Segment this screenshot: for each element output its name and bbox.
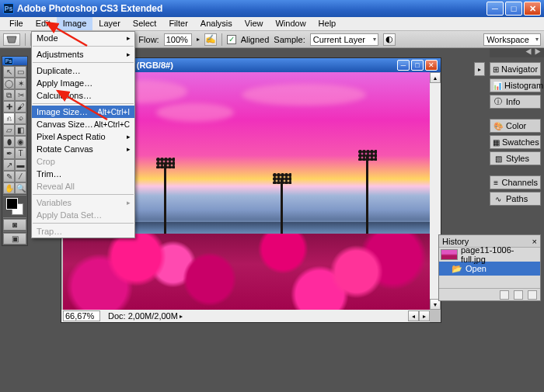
blur-tool[interactable]: ⬮	[3, 136, 15, 147]
panel-expand-1[interactable]: ▸	[474, 62, 485, 76]
pen-tool[interactable]: ✒	[3, 147, 15, 159]
menu-canvas-size[interactable]: Canvas Size…Alt+Ctrl+C	[32, 118, 134, 130]
window-close-button[interactable]: ✕	[524, 2, 541, 16]
menu-bar: File Edit Image Layer Select Filter Anal…	[0, 17, 544, 31]
swatches-icon: ▦	[493, 137, 500, 147]
menu-trim[interactable]: Trim…	[32, 168, 134, 180]
right-panel-column: ⊞Navigator 📊Histogram ⓘInfo 🎨Color ▦Swat…	[490, 62, 541, 208]
menu-calculations[interactable]: Calculations…	[32, 89, 134, 102]
menu-image-size[interactable]: Image Size…Alt+Ctrl+I	[32, 106, 134, 118]
history-snapshot-row[interactable]: page11-1006-full.jpg	[439, 248, 540, 262]
history-panel: History × page11-1006-full.jpg 📂 Open	[438, 234, 541, 301]
notes-tool[interactable]: ✎	[3, 171, 15, 182]
marquee-tool[interactable]: ▭	[15, 66, 26, 78]
brush-tool[interactable]: 🖌	[15, 101, 26, 113]
menu-file[interactable]: File	[3, 17, 30, 30]
window-maximize-button[interactable]: □	[505, 2, 522, 16]
history-snapshot-label: page11-1006-full.jpg	[461, 245, 539, 264]
scroll-up-button[interactable]: ▴	[430, 72, 441, 83]
zoom-input[interactable]: 66,67%	[63, 310, 100, 321]
navigator-panel-tab[interactable]: ⊞Navigator	[490, 62, 541, 76]
info-panel-tab[interactable]: ⓘInfo	[490, 95, 541, 109]
move-tool[interactable]: ↖	[3, 66, 15, 78]
quickselect-tool[interactable]: ✶	[15, 78, 26, 89]
menu-adjustments[interactable]: Adjustments	[32, 48, 134, 61]
shape-tool[interactable]: ▬	[15, 159, 26, 171]
screenmode-button[interactable]: ▣	[3, 233, 26, 245]
menu-view[interactable]: View	[239, 17, 270, 30]
flow-input[interactable]: 100%	[164, 33, 192, 46]
dock-collapse-left-icon[interactable]	[526, 49, 532, 55]
menu-edit[interactable]: Edit	[30, 17, 57, 30]
scroll-left-button[interactable]: ◂	[408, 310, 419, 321]
styles-panel-tab[interactable]: ▧Styles	[490, 151, 541, 165]
menu-canvas-size-shortcut: Alt+Ctrl+C	[94, 120, 130, 129]
channels-panel-tab[interactable]: ≡Channels	[490, 175, 541, 189]
path-tool[interactable]: ↗	[3, 159, 15, 171]
doc-status-bar: 66,67% Doc: 2,00M/2,00M ▸ ◂ ▸	[61, 310, 430, 322]
paths-panel-tab[interactable]: ∿Paths	[490, 192, 541, 206]
dock-collapse-right-icon[interactable]	[535, 49, 541, 55]
doc-close-button[interactable]: ✕	[425, 60, 438, 71]
scroll-right-button[interactable]: ▸	[419, 310, 430, 321]
history-snapshot-button[interactable]	[514, 290, 523, 300]
color-icon: 🎨	[493, 120, 504, 131]
menu-help[interactable]: Help	[312, 17, 343, 30]
menu-window[interactable]: Window	[269, 17, 312, 30]
crop-tool[interactable]: ⧉	[3, 89, 15, 101]
zoom-tool[interactable]: 🔍	[15, 182, 26, 194]
doc-status-text: Doc: 2,00M/2,00M	[108, 311, 178, 321]
slice-tool[interactable]: ✂	[15, 89, 26, 101]
tools-header[interactable]: Ps	[2, 57, 27, 65]
menu-image-size-shortcut: Alt+Ctrl+I	[97, 108, 130, 116]
menu-apply-image[interactable]: Apply Image…	[32, 77, 134, 89]
type-tool[interactable]: T	[15, 147, 26, 159]
menu-rotate-canvas[interactable]: Rotate Canvas	[32, 143, 134, 155]
app-icon: Ps	[3, 3, 14, 14]
app-title: Adobe Photoshop CS3 Extended	[17, 3, 486, 14]
histogram-panel-tab[interactable]: 📊Histogram	[490, 78, 541, 92]
quickmask-button[interactable]: ◙	[3, 219, 26, 231]
history-state-label: Open	[466, 264, 486, 273]
sample-dropdown[interactable]: Current Layer	[310, 33, 378, 46]
window-minimize-button[interactable]: ─	[486, 2, 504, 16]
menu-mode[interactable]: Mode	[32, 32, 134, 44]
history-newdoc-button[interactable]	[500, 290, 509, 300]
color-swatch[interactable]	[5, 198, 25, 215]
tools-panel: Ps ↖ ▭ ◯ ✶ ⧉ ✂ ✚ 🖌 ⎌ ꩜ ▱ ◧ ⬮ ◉ ✒ T ↗ ▬ ✎…	[2, 56, 28, 246]
history-delete-button[interactable]	[528, 290, 537, 300]
navigator-icon: ⊞	[493, 64, 499, 75]
menu-layer[interactable]: Layer	[92, 17, 127, 30]
title-bar: Ps Adobe Photoshop CS3 Extended ─ □ ✕	[0, 0, 544, 17]
sample-label: Sample:	[274, 35, 305, 44]
doc-minimize-button[interactable]: ─	[397, 60, 410, 71]
history-brush-tool[interactable]: ꩜	[15, 113, 26, 124]
histogram-icon: 📊	[493, 80, 502, 91]
history-open-icon: 📂	[452, 264, 462, 274]
menu-analysis[interactable]: Analysis	[194, 17, 239, 30]
workspace-dropdown[interactable]: Workspace	[483, 33, 541, 46]
eyedropper-tool[interactable]: ⁄	[15, 171, 26, 182]
dodge-tool[interactable]: ◉	[15, 136, 26, 147]
history-thumb-icon	[441, 249, 458, 260]
menu-pixel-aspect-ratio[interactable]: Pixel Aspect Ratio	[32, 130, 134, 143]
swatches-panel-tab[interactable]: ▦Swatches	[490, 135, 541, 149]
history-panel-close-icon[interactable]: ×	[532, 237, 537, 246]
doc-maximize-button[interactable]: □	[411, 60, 424, 71]
tool-preset-button[interactable]	[3, 33, 20, 46]
color-panel-tab[interactable]: 🎨Color	[490, 119, 541, 133]
airbrush-button[interactable]: ✍	[204, 33, 217, 46]
hand-tool[interactable]: ✋	[3, 182, 15, 194]
menu-filter[interactable]: Filter	[162, 17, 194, 30]
gradient-tool[interactable]: ◧	[15, 124, 26, 136]
menu-variables: Variables	[32, 196, 134, 209]
stamp-tool[interactable]: ⎌	[3, 113, 15, 124]
heal-tool[interactable]: ✚	[3, 101, 15, 113]
lasso-tool[interactable]: ◯	[3, 78, 15, 89]
menu-select[interactable]: Select	[127, 17, 163, 30]
ignore-adjustments-button[interactable]: ◐	[383, 33, 396, 46]
eraser-tool[interactable]: ▱	[3, 124, 15, 136]
aligned-checkbox[interactable]: ✓	[227, 35, 236, 44]
menu-image[interactable]: Image	[57, 17, 93, 30]
menu-duplicate[interactable]: Duplicate…	[32, 64, 134, 77]
